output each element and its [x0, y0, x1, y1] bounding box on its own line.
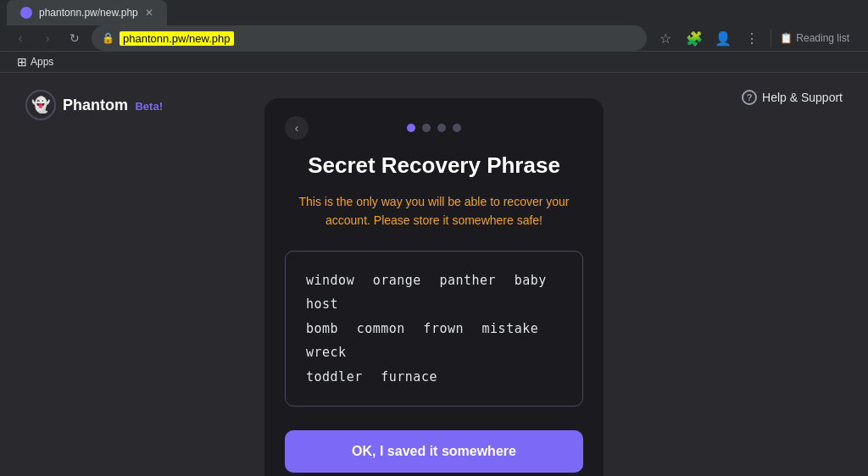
reading-list-icon: 📋	[780, 32, 793, 44]
help-label: Help & Support	[762, 91, 843, 104]
phantom-icon: 👻	[25, 90, 56, 120]
active-tab[interactable]: phantonn.pw/new.php ✕	[7, 0, 167, 25]
apps-grid-icon: ⊞	[17, 55, 27, 69]
phantom-badge: Beta!	[135, 100, 163, 113]
phantom-emoji: 👻	[31, 96, 50, 114]
menu-button[interactable]: ⋮	[740, 26, 764, 50]
phantom-name-text: Phantom	[63, 97, 128, 113]
tab-favicon	[20, 7, 32, 19]
toolbar-icons: ☆ 🧩 👤 ⋮	[654, 26, 764, 50]
apps-label: Apps	[31, 56, 53, 68]
seed-phrase-box: window orange panther baby host bomb com…	[285, 251, 583, 407]
address-bar-input[interactable]: 🔒 phantonn.pw/new.php	[92, 25, 647, 51]
card-title: Secret Recovery Phrase	[308, 152, 560, 179]
refresh-button[interactable]: ↻	[64, 28, 85, 48]
bookmarks-bar: ⊞ Apps	[0, 52, 868, 73]
lock-icon: 🔒	[102, 32, 114, 44]
main-card: ‹ Secret Recovery Phrase This is the onl…	[264, 98, 604, 476]
help-support-button[interactable]: ? Help & Support	[742, 90, 843, 105]
tab-title: phantonn.pw/new.php	[39, 7, 138, 19]
tab-close-button[interactable]: ✕	[145, 7, 153, 19]
dot-4	[453, 124, 461, 132]
phantom-logo: 👻 Phantom Beta!	[25, 90, 163, 120]
dot-3	[437, 124, 446, 132]
help-icon: ?	[742, 90, 757, 105]
ok-saved-button[interactable]: OK, I saved it somewhere	[285, 430, 583, 473]
page-content: 👻 Phantom Beta! ? Help & Support ‹	[0, 73, 868, 476]
phantom-name-wrap: Phantom Beta!	[63, 97, 163, 114]
forward-button[interactable]: ›	[37, 28, 58, 48]
seed-phrase-text: window orange panther baby host bomb com…	[306, 268, 562, 390]
extensions-button[interactable]: 🧩	[682, 26, 706, 50]
tab-bar: phantonn.pw/new.php ✕	[0, 0, 868, 25]
apps-bookmark[interactable]: ⊞ Apps	[10, 52, 60, 72]
browser-frame: phantonn.pw/new.php ✕ ‹ › ↻ 🔒 phantonn.p…	[0, 0, 868, 476]
back-step-button[interactable]: ‹	[285, 116, 309, 140]
pagination-dots	[407, 124, 461, 132]
reading-list-button[interactable]: 📋 Reading list	[771, 29, 858, 47]
warning-text: This is the only way you will be able to…	[285, 192, 583, 230]
back-button[interactable]: ‹	[10, 28, 31, 48]
address-bar: ‹ › ↻ 🔒 phantonn.pw/new.php ☆ 🧩 👤 ⋮ 📋 Re…	[0, 25, 868, 52]
pagination-row: ‹	[285, 124, 583, 132]
url-text: phantonn.pw/new.php	[120, 31, 234, 46]
bookmark-star-button[interactable]: ☆	[654, 26, 677, 50]
profile-button[interactable]: 👤	[711, 26, 735, 50]
reading-list-label: Reading list	[796, 32, 849, 44]
dot-2	[422, 124, 431, 132]
dot-1	[407, 124, 415, 132]
